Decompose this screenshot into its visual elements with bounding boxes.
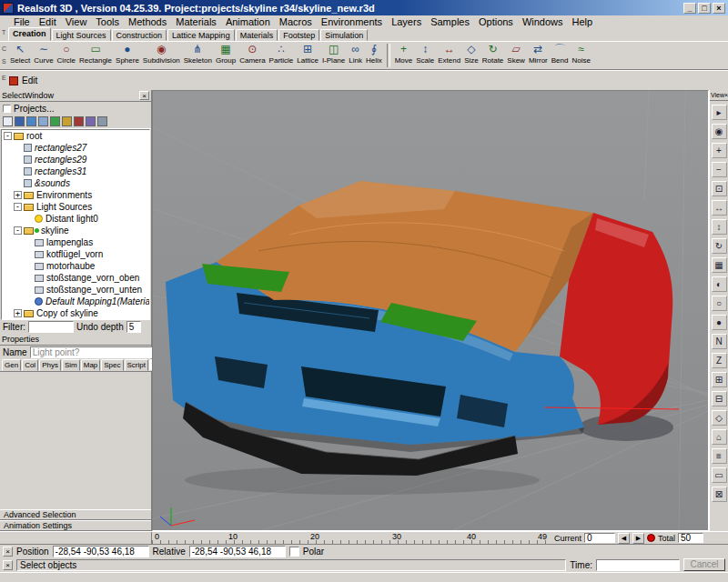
record-icon[interactable] [647,534,655,542]
tree-item-sounds[interactable]: &sounds [2,177,149,189]
close-view-icon[interactable]: ⊠ [712,487,727,502]
normals-icon[interactable]: N [712,334,727,349]
expand-icon[interactable]: + [14,191,22,199]
tool-sphere[interactable]: ●Sphere [114,43,141,65]
tree-item-stossstange-vorn-oben[interactable]: stoßstange_vorn_oben [2,272,149,284]
advanced-selection-panel[interactable]: Advanced Selection [0,509,151,520]
tab-simulation[interactable]: Simulation [320,29,368,41]
tab-sim[interactable]: Sim [62,359,80,371]
tab-lattice-mapping[interactable]: Lattice Mapping [167,29,235,41]
polar-checkbox[interactable] [289,547,299,557]
open-icon[interactable] [15,116,25,126]
tree-item-light-sources[interactable]: -Light Sources [2,201,149,213]
split-view-icon[interactable]: ⊞ [712,372,727,387]
coordinate-bar-close-icon[interactable]: × [3,547,13,557]
menu-help[interactable]: Help [568,16,598,27]
menu-edit[interactable]: Edit [35,16,61,27]
tree-item-motorhaube[interactable]: motorhaube [2,260,149,272]
menu-materials[interactable]: Materials [171,16,221,27]
z-buffer-icon[interactable]: Z [712,353,727,368]
tab-construction[interactable]: Construction [112,29,167,41]
viewport-canvas[interactable] [153,91,708,530]
tool-skew[interactable]: ▱Skew [505,43,527,65]
play-icon[interactable]: ▸ [712,105,727,120]
tree-item-rectangles31[interactable]: rectangles31 [2,166,149,177]
relative-input[interactable] [189,546,286,557]
edit-label[interactable]: Edit [22,75,37,85]
save-icon[interactable] [26,116,36,126]
pivot-icon[interactable]: ◇ [712,410,727,426]
tab-footstep[interactable]: Footstep [278,29,319,41]
merge-view-icon[interactable]: ⊟ [712,391,727,406]
step-back-icon[interactable]: ◀ [618,533,630,544]
tool-bend[interactable]: ⌒Bend [550,43,571,65]
tool-camera[interactable]: ⊙Camera [238,43,267,65]
pan-vertical-icon[interactable]: ↕ [712,219,727,235]
tool-extend[interactable]: ↔Extend [436,43,462,65]
zoom-out-icon[interactable]: − [712,162,727,177]
zoom-in-icon[interactable]: + [712,143,727,158]
tab-spec[interactable]: Spec [101,359,123,371]
tool-group[interactable]: ▦Group [214,43,238,65]
tab-materials[interactable]: Materials [236,29,278,41]
pan-horizontal-icon[interactable]: ↔ [712,200,727,216]
tool-scale[interactable]: ↕Scale [414,43,436,65]
menu-samples[interactable]: Samples [426,16,474,27]
tool-circle[interactable]: ○Circle [56,43,77,65]
menu-view[interactable]: View [61,16,92,27]
tree-item-lampenglas[interactable]: lampenglas [2,236,149,248]
camera-icon[interactable] [86,116,96,126]
tool-helix[interactable]: ∮Helix [364,43,384,65]
current-frame-input[interactable] [584,533,615,543]
wireframe-icon[interactable]: ○ [712,296,727,311]
shading-icon[interactable]: ◐ [712,276,727,292]
tree-item-root[interactable]: -root [2,130,149,142]
tab-col[interactable]: Col [22,359,38,371]
tool-noise[interactable]: ≈Noise [570,43,592,65]
tab-gen[interactable]: Gen [2,359,21,371]
tree-item-rectangles29[interactable]: rectangles29 [2,154,149,166]
material-icon[interactable] [62,116,72,126]
rotate-view-icon[interactable]: ↻ [712,238,727,254]
tree-item-kotfluegel-vorn[interactable]: kotflügel_vorn [2,248,149,260]
maximize-button[interactable]: □ [698,3,711,14]
total-frames-input[interactable] [678,533,703,543]
options-icon[interactable] [97,116,107,126]
tool-size[interactable]: ◇Size [462,43,480,65]
tree-item-rectangles27[interactable]: rectangles27 [2,142,149,154]
tool-curve[interactable]: ∼Curve [32,43,55,65]
tree-item-distant-light0[interactable]: Distant light0 [2,213,149,225]
tool-subdivision[interactable]: ◉Subdivision [141,43,182,65]
tool-move[interactable]: +Move [393,43,415,65]
view-menu-icon[interactable]: ≡ [712,448,727,464]
tree-item-skyline[interactable]: -skyline [2,225,149,236]
menu-macros[interactable]: Macros [275,16,317,27]
collapse-icon[interactable]: - [14,203,22,211]
tool-skeleton[interactable]: ⋔Skeleton [182,43,214,65]
menu-layers[interactable]: Layers [387,16,426,27]
projects-dropdown[interactable]: Projects... [0,102,151,115]
delete-icon[interactable] [74,116,84,126]
tab-phys[interactable]: Phys [39,359,61,371]
menu-animation[interactable]: Animation [221,16,275,27]
timeline-ruler[interactable]: 0 10 20 30 40 49 [152,532,549,544]
tool-rotate[interactable]: ↻Rotate [480,43,506,65]
grid-icon[interactable]: ▦ [712,257,727,273]
time-input[interactable] [596,559,680,571]
view-window[interactable] [152,90,709,531]
tool-mirror[interactable]: ⇄Mirror [527,43,550,65]
menu-methods[interactable]: Methods [124,16,171,27]
title-bar[interactable]: Realsoft 3D , Version 04.25.39. Project:… [0,0,728,15]
tool-select[interactable]: ↖Select [8,43,32,65]
tab-creation[interactable]: Creation [8,27,51,41]
target-icon[interactable]: ◉ [712,124,727,139]
tool-rectangle[interactable]: ▭Rectangle [77,43,114,65]
status-bar-close-icon[interactable]: × [3,560,13,570]
import-icon[interactable] [38,116,48,126]
ground-plane-icon[interactable]: ▭ [712,467,727,483]
menu-windows[interactable]: Windows [518,16,568,27]
tool-particle[interactable]: ∴Particle [268,43,296,65]
tree-item-copy-of-skyline[interactable]: +Copy of skyline [2,307,149,319]
undo-depth-input[interactable] [126,321,141,333]
expand-icon[interactable]: + [14,309,22,317]
